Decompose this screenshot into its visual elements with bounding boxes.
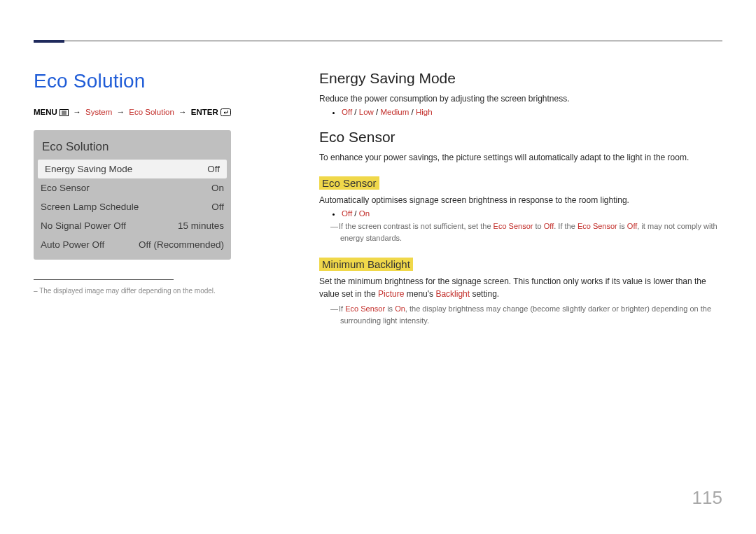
manual-page: Eco Solution MENU → System → Eco Solutio… <box>0 0 756 534</box>
desc-eco-sensor: To enhance your power savings, the pictu… <box>319 151 725 164</box>
option: Off <box>342 209 352 218</box>
osd-row: Auto Power OffOff (Recommended) <box>34 235 231 254</box>
osd-row: Screen Lamp ScheduleOff <box>34 197 231 216</box>
subheading-eco-sensor: Eco Sensor <box>319 176 379 190</box>
osd-row-label: No Signal Power Off <box>41 220 171 231</box>
osd-panel: Eco Solution Energy Saving ModeOffEco Se… <box>34 130 231 260</box>
osd-row-value: 15 minutes <box>171 220 224 231</box>
osd-title: Eco Solution <box>34 130 231 160</box>
option: High <box>416 108 433 116</box>
option: Off <box>342 108 352 116</box>
image-note-rule <box>34 279 174 280</box>
heading-eco-sensor: Eco Sensor <box>319 129 725 146</box>
breadcrumb-enter: ENTER <box>191 108 218 116</box>
heading-energy-saving-mode: Energy Saving Mode <box>319 70 725 87</box>
osd-row-label: Eco Sensor <box>41 183 204 193</box>
desc-eco-sensor-sub: Automatically optimises signage screen b… <box>319 194 725 206</box>
top-rule-accent <box>34 40 64 43</box>
osd-row: Energy Saving ModeOff <box>38 160 227 178</box>
subheading-min-backlight: Minimum Backlight <box>319 258 413 271</box>
osd-row-value: Off <box>200 164 220 174</box>
osd-row-label: Energy Saving Mode <box>45 164 200 174</box>
osd-row-value: Off (Recommended) <box>132 239 224 250</box>
osd-row-value: Off <box>204 202 224 212</box>
desc-energy-saving-mode: Reduce the power consumption by adjustin… <box>319 92 725 105</box>
note-eco-sensor: If the screen contrast is not sufficient… <box>319 220 725 244</box>
osd-row: No Signal Power Off15 minutes <box>34 216 231 235</box>
left-column: Eco Solution MENU → System → Eco Solutio… <box>34 70 265 295</box>
option: Low <box>359 108 374 116</box>
top-rule <box>34 41 722 48</box>
desc-min-backlight: Set the minimum brightness for the signa… <box>319 275 725 300</box>
option: On <box>359 209 370 218</box>
options-eco-sensor: Off / On <box>319 209 725 218</box>
note-min-backlight: If Eco Sensor is On, the display brightn… <box>319 303 725 326</box>
right-column: Energy Saving Mode Reduce the power cons… <box>319 70 725 329</box>
breadcrumb-eco: Eco Solution <box>129 108 174 116</box>
menu-icon <box>59 109 69 118</box>
enter-icon <box>220 108 231 118</box>
osd-row-value: On <box>204 183 224 193</box>
osd-row-label: Auto Power Off <box>41 239 132 250</box>
breadcrumb: MENU → System → Eco Solution → ENTER <box>34 108 265 118</box>
breadcrumb-system: System <box>85 108 112 116</box>
page-title: Eco Solution <box>34 70 265 92</box>
options-energy-saving-mode: Off / Low / Medium / High <box>319 108 725 116</box>
page-number: 115 <box>692 487 722 509</box>
osd-row-label: Screen Lamp Schedule <box>41 202 204 212</box>
breadcrumb-menu: MENU <box>34 108 57 116</box>
osd-row: Eco SensorOn <box>34 178 231 197</box>
option: Medium <box>380 108 409 116</box>
image-note: The displayed image may differ depending… <box>34 287 265 295</box>
